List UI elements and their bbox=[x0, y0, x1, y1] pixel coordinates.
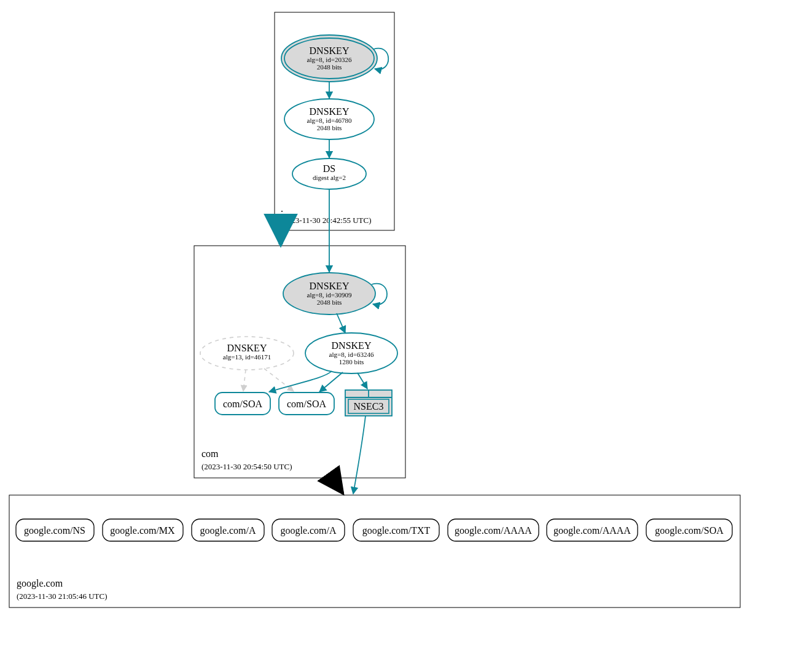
com-zsk-sub1: alg=8, id=63246 bbox=[329, 351, 374, 358]
zone-time-google: (2023-11-30 21:05:46 UTC) bbox=[17, 592, 107, 601]
root-zsk-title: DNSKEY bbox=[310, 106, 350, 117]
zone-label-google: google.com bbox=[17, 578, 63, 589]
svg-text:google.com/MX: google.com/MX bbox=[110, 525, 175, 536]
rrset-google-a-2: google.com/A bbox=[272, 519, 345, 541]
rrset-google-mx: google.com/MX bbox=[103, 519, 183, 541]
svg-text:google.com/A: google.com/A bbox=[200, 525, 256, 536]
com-ksk-sub1: alg=8, id=30909 bbox=[307, 291, 352, 299]
com-dashed-title: DNSKEY bbox=[227, 343, 267, 353]
svg-text:google.com/AAAA: google.com/AAAA bbox=[553, 525, 631, 536]
rrset-google-txt: google.com/TXT bbox=[353, 519, 439, 541]
root-ksk-title: DNSKEY bbox=[310, 45, 350, 56]
edge-dashed-to-soa1 bbox=[243, 370, 246, 391]
root-ds-title: DS bbox=[323, 163, 335, 174]
edge-com-ksk-to-zsk bbox=[337, 313, 345, 333]
node-com-dnskey-dashed: DNSKEY alg=13, id=46171 bbox=[200, 337, 294, 370]
node-root-ksk: DNSKEY alg=8, id=20326 2048 bits bbox=[281, 35, 377, 82]
root-ksk-sub2: 2048 bits bbox=[317, 63, 342, 71]
rrset-google-a-1: google.com/A bbox=[192, 519, 264, 541]
root-zsk-sub1: alg=8, id=46780 bbox=[307, 117, 352, 124]
edge-zone-com-to-google bbox=[337, 478, 343, 493]
node-com-ksk: DNSKEY alg=8, id=30909 2048 bits bbox=[283, 273, 375, 315]
com-dashed-sub1: alg=13, id=46171 bbox=[223, 353, 271, 361]
com-ksk-title: DNSKEY bbox=[310, 281, 350, 291]
node-root-zsk: DNSKEY alg=8, id=46780 2048 bits bbox=[284, 99, 374, 139]
com-zsk-title: DNSKEY bbox=[332, 340, 372, 351]
edge-dashed-to-soa2 bbox=[264, 369, 294, 391]
svg-text:google.com/TXT: google.com/TXT bbox=[362, 525, 431, 536]
svg-text:google.com/AAAA: google.com/AAAA bbox=[455, 525, 532, 536]
root-zsk-sub2: 2048 bits bbox=[317, 124, 342, 131]
com-ksk-sub2: 2048 bits bbox=[317, 299, 342, 306]
zone-time-root: (2023-11-30 20:42:55 UTC) bbox=[281, 216, 372, 225]
svg-text:google.com/SOA: google.com/SOA bbox=[655, 525, 724, 536]
edge-com-zsk-to-soa2 bbox=[319, 372, 343, 392]
com-zsk-sub2: 1280 bits bbox=[339, 358, 364, 365]
rrset-google-aaaa-1: google.com/AAAA bbox=[448, 519, 539, 541]
edge-nsec3-to-google bbox=[353, 416, 365, 494]
svg-text:google.com/NS: google.com/NS bbox=[24, 525, 85, 536]
zone-time-com: (2023-11-30 20:54:50 UTC) bbox=[201, 462, 292, 471]
edge-com-zsk-to-nsec3 bbox=[358, 373, 367, 389]
rrset-google-aaaa-2: google.com/AAAA bbox=[547, 519, 638, 541]
zone-label-root: . bbox=[281, 203, 283, 214]
com-soa-1-label: com/SOA bbox=[223, 399, 262, 409]
com-soa-2-label: com/SOA bbox=[287, 399, 326, 409]
rrsets-row: google.com/NS google.com/MX google.com/A… bbox=[16, 519, 732, 541]
node-com-soa-1: com/SOA bbox=[215, 393, 270, 415]
node-com-nsec3: NSEC3 bbox=[345, 390, 392, 416]
svg-text:google.com/A: google.com/A bbox=[280, 525, 337, 536]
zone-label-com: com bbox=[201, 448, 219, 459]
node-root-ds: DS digest alg=2 bbox=[292, 158, 366, 189]
rrset-google-soa: google.com/SOA bbox=[646, 519, 732, 541]
root-ds-sub1: digest alg=2 bbox=[313, 174, 346, 181]
rrset-google-ns: google.com/NS bbox=[16, 519, 94, 541]
node-com-soa-2: com/SOA bbox=[279, 393, 334, 415]
node-com-zsk: DNSKEY alg=8, id=63246 1280 bits bbox=[305, 333, 397, 373]
zone-box-google bbox=[9, 495, 740, 608]
com-nsec3-label: NSEC3 bbox=[354, 401, 384, 412]
root-ksk-sub1: alg=8, id=20326 bbox=[307, 56, 352, 63]
